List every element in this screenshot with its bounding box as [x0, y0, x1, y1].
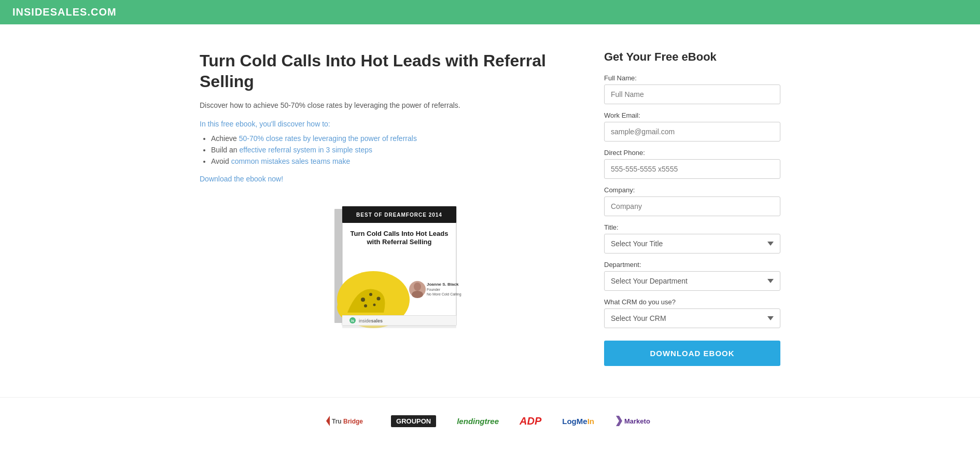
- left-column: Turn Cold Calls Into Hot Leads with Refe…: [200, 50, 573, 366]
- svg-text:Founder: Founder: [427, 288, 441, 291]
- svg-text:is: is: [351, 319, 354, 322]
- svg-text:Bridge: Bridge: [343, 418, 363, 425]
- svg-point-15: [412, 291, 423, 298]
- full-name-input[interactable]: [604, 84, 780, 104]
- bullet-text-3: Avoid common mistakes sales teams make: [211, 157, 350, 165]
- groupon-text: GROUPON: [391, 415, 436, 427]
- svg-text:BEST OF DREAMFORCE 2014: BEST OF DREAMFORCE 2014: [356, 212, 442, 218]
- form-title: Get Your Free eBook: [604, 50, 780, 64]
- svg-text:Turn Cold Calls Into Hot Leads: Turn Cold Calls Into Hot Leads: [351, 230, 449, 237]
- svg-point-10: [373, 304, 376, 306]
- crm-label: What CRM do you use?: [604, 298, 780, 306]
- logo-sales: SALES: [50, 6, 88, 18]
- trubridge-logo-svg: Tru Bridge: [324, 413, 370, 429]
- logo-trubridge: Tru Bridge: [324, 413, 370, 429]
- marketo-logo-svg: Marketo: [615, 414, 656, 428]
- svg-point-14: [414, 283, 421, 291]
- svg-rect-24: [342, 325, 456, 328]
- crm-select[interactable]: Select Your CRM Salesforce HubSpot Micro…: [604, 308, 780, 328]
- company-input[interactable]: [604, 196, 780, 216]
- logo-inside: INSIDE: [12, 6, 50, 18]
- lendingtree-text: lendingtree: [457, 417, 499, 426]
- page-headline: Turn Cold Calls Into Hot Leads with Refe…: [200, 50, 573, 92]
- right-column: Get Your Free eBook Full Name: Work Emai…: [604, 50, 780, 366]
- bullet-text-1: Achieve 50-70% close rates by leveraging…: [211, 134, 417, 143]
- download-ebook-button[interactable]: DOWNLOAD EBOOK: [604, 341, 780, 366]
- title-group: Title: Select Your Title Mr. Mrs. Ms. Dr…: [604, 223, 780, 253]
- department-select[interactable]: Select Your Department Sales Marketing I…: [604, 271, 780, 291]
- adp-text: ADP: [520, 415, 541, 427]
- title-label: Title:: [604, 223, 780, 231]
- svg-text:No More Cold Calling: No More Cold Calling: [427, 292, 461, 297]
- bullet-list: Achieve 50-70% close rates by leveraging…: [200, 134, 573, 165]
- logo-adp: ADP: [520, 415, 541, 427]
- bullet-text-2: Build an effective referral system in 3 …: [211, 146, 372, 154]
- book-svg: BEST OF DREAMFORCE 2014 Turn Cold Calls …: [306, 199, 467, 333]
- footer-logos: Tru Bridge GROUPON lendingtree ADP LogMe…: [0, 397, 980, 449]
- bullet-item: Build an effective referral system in 3 …: [211, 146, 573, 154]
- site-header: INSIDESALES.COM: [0, 0, 980, 24]
- company-label: Company:: [604, 186, 780, 194]
- work-email-group: Work Email:: [604, 111, 780, 142]
- logo-groupon: GROUPON: [391, 415, 436, 427]
- svg-point-9: [364, 304, 367, 307]
- title-select[interactable]: Select Your Title Mr. Mrs. Ms. Dr.: [604, 234, 780, 253]
- site-logo: INSIDESALES.COM: [12, 6, 117, 18]
- company-group: Company:: [604, 186, 780, 216]
- discover-heading: In this free ebook, you'll discover how …: [200, 120, 573, 128]
- bullet-item: Avoid common mistakes sales teams make: [211, 157, 573, 165]
- svg-text:insidesales: insidesales: [359, 318, 383, 323]
- logo-marketo: Marketo: [615, 414, 656, 428]
- main-container: Turn Cold Calls Into Hot Leads with Refe…: [179, 24, 801, 387]
- svg-text:with Referral Selling: with Referral Selling: [367, 238, 432, 246]
- svg-point-6: [361, 298, 365, 302]
- download-cta: Download the ebook now!: [200, 175, 573, 183]
- direct-phone-input[interactable]: [604, 159, 780, 179]
- logmein-text: LogMeIn: [562, 417, 594, 426]
- logo-lendingtree: lendingtree: [457, 417, 499, 426]
- svg-marker-25: [326, 416, 330, 426]
- tagline: Discover how to achieve 50-70% close rat…: [200, 101, 573, 109]
- logo-logmein: LogMeIn: [562, 417, 594, 426]
- direct-phone-group: Direct Phone:: [604, 149, 780, 179]
- work-email-label: Work Email:: [604, 111, 780, 119]
- logo-com: .COM: [87, 6, 116, 18]
- svg-rect-20: [342, 315, 456, 316]
- svg-point-8: [377, 297, 381, 301]
- direct-phone-label: Direct Phone:: [604, 149, 780, 157]
- crm-group: What CRM do you use? Select Your CRM Sal…: [604, 298, 780, 328]
- svg-text:Tru: Tru: [332, 418, 342, 425]
- department-group: Department: Select Your Department Sales…: [604, 261, 780, 291]
- svg-text:Marketo: Marketo: [624, 417, 650, 425]
- svg-text:Joanne S. Black: Joanne S. Black: [427, 282, 459, 287]
- bullet-item: Achieve 50-70% close rates by leveraging…: [211, 134, 573, 143]
- book-illustration: BEST OF DREAMFORCE 2014 Turn Cold Calls …: [200, 199, 573, 333]
- work-email-input[interactable]: [604, 122, 780, 142]
- full-name-label: Full Name:: [604, 74, 780, 82]
- department-label: Department:: [604, 261, 780, 269]
- svg-point-7: [369, 293, 372, 296]
- full-name-group: Full Name:: [604, 74, 780, 104]
